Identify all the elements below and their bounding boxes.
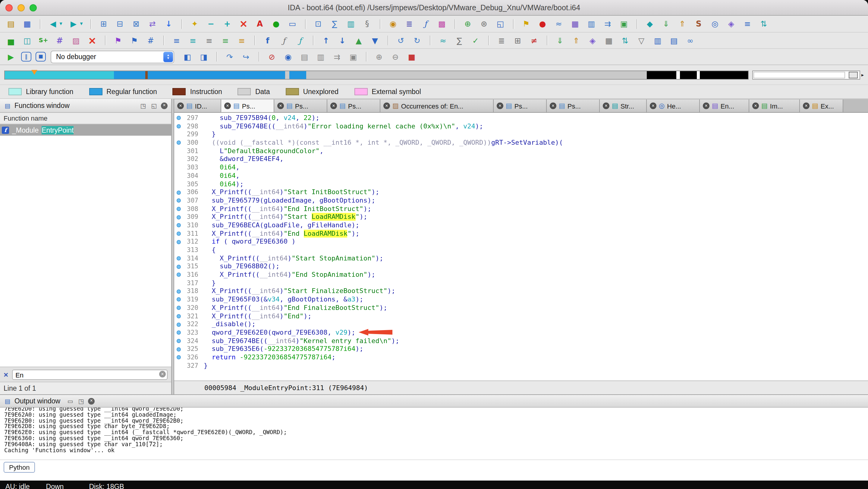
reanalyze-icon[interactable]: ≈ — [437, 35, 449, 46]
functions-list-icon[interactable]: f — [261, 35, 274, 46]
pause-process-button[interactable]: ‖ — [21, 52, 31, 61]
flag-count-icon[interactable]: # — [145, 35, 157, 46]
tab-close-icon[interactable]: × — [803, 102, 809, 109]
navigation-band[interactable] — [4, 70, 749, 79]
watches-icon[interactable]: ◉ — [282, 51, 294, 62]
breakpoint-dot[interactable] — [174, 298, 183, 302]
signatures-list-icon[interactable]: ≡ — [203, 35, 215, 46]
diff-icon[interactable]: ≠ — [528, 35, 540, 46]
functions-filter-input[interactable] — [12, 370, 167, 380]
tab-occurrences[interactable]: ×▨Occurrences of: En... — [380, 99, 494, 112]
imports-list-icon[interactable]: ≡ — [219, 35, 231, 46]
jump-function-icon[interactable]: ⊠ — [130, 18, 142, 30]
tab-enums[interactable]: ×▤En... — [700, 99, 749, 112]
zoom-out-icon[interactable]: − — [205, 18, 217, 30]
functions-list[interactable]: f _ModuleEntryPoint — [0, 124, 171, 367]
nav-forward-menu-icon[interactable]: ▾ — [79, 18, 84, 30]
exports-toolbar-icon[interactable]: ⇑ — [676, 18, 688, 30]
close-output-icon[interactable]: × — [88, 398, 95, 404]
hex-view-icon[interactable]: ◎ — [709, 18, 721, 30]
columns-icon[interactable]: ▥ — [652, 35, 664, 46]
step-over-icon[interactable]: ↷ — [224, 51, 236, 62]
detach-process-icon[interactable]: ⊖ — [390, 51, 401, 62]
tab-close-icon[interactable]: × — [277, 102, 284, 109]
breakpoint-dot[interactable] — [174, 207, 183, 211]
breakpoint-dot[interactable] — [174, 289, 183, 294]
bookmark-icon[interactable]: ⚑ — [520, 18, 532, 30]
cancel-icon[interactable]: × — [238, 18, 250, 30]
produce-file-icon[interactable]: ≣ — [403, 18, 415, 30]
breakpoint-dot[interactable] — [174, 356, 183, 360]
segments-list-icon[interactable]: ≡ — [187, 35, 199, 46]
breakpoint-dot[interactable] — [174, 314, 183, 318]
breakpoint-dot[interactable] — [174, 198, 183, 203]
sum-icon[interactable]: ∑ — [453, 35, 465, 46]
imports-toolbar-icon[interactable]: ⇓ — [660, 18, 672, 30]
tab-close-icon[interactable]: × — [177, 102, 184, 109]
swap-icon[interactable]: ⇅ — [619, 35, 631, 46]
open-hex-view-icon[interactable]: ◨ — [198, 51, 210, 62]
breakpoint-dot[interactable] — [174, 215, 183, 219]
debugger-select[interactable]: No debugger ▲▼ — [51, 50, 174, 63]
pseudocode-view[interactable]: 297 sub_7E975B94(0, v24, 22);298 sub_7E9… — [174, 113, 868, 380]
text-search-icon[interactable]: A — [254, 18, 266, 30]
jump-name-icon[interactable]: ⊟ — [114, 18, 126, 30]
delete-item-icon[interactable]: × — [86, 35, 98, 46]
cli-input[interactable] — [40, 461, 865, 473]
breakpoint-dot[interactable] — [174, 190, 183, 194]
jump-next-icon[interactable]: ↓ — [163, 18, 175, 30]
trace-icon[interactable]: ≈ — [553, 18, 565, 30]
minimize-panel-icon[interactable]: ▭ — [66, 398, 74, 404]
filter-icon[interactable]: ▽ — [635, 35, 647, 46]
tab-pseudocode-b[interactable]: ×▤Ps... — [274, 99, 327, 112]
tab-exports[interactable]: ×▤Ex... — [800, 99, 843, 112]
output-log[interactable]: 7E9E62D0: using guessed type __int64 qwo… — [0, 407, 868, 458]
tab-pseudocode-c[interactable]: ×▤Ps... — [327, 99, 380, 112]
tab-close-icon[interactable]: × — [383, 102, 390, 109]
function-row-selected[interactable]: f _ModuleEntryPoint — [0, 124, 171, 136]
navband-arrow-icon[interactable]: ▸ — [861, 72, 864, 78]
breakpoint-dot[interactable] — [174, 265, 183, 269]
redo-icon[interactable]: ↻ — [411, 35, 423, 46]
nav-back-menu-icon[interactable]: ▾ — [59, 18, 63, 30]
navband-scrollbar[interactable] — [752, 70, 860, 79]
open-database-icon[interactable]: ▤ — [5, 18, 17, 30]
breakpoint-dot[interactable] — [174, 116, 183, 120]
stop-process-button[interactable]: ■ — [36, 52, 46, 61]
threads-icon[interactable]: ⇉ — [601, 18, 614, 30]
matrix-icon[interactable]: ▦ — [603, 35, 615, 46]
nav-back-icon[interactable]: ◀ — [47, 18, 59, 30]
sort-desc-icon[interactable]: ▼ — [369, 35, 381, 46]
tree-view-icon[interactable]: ◈ — [587, 35, 598, 46]
save-database-icon[interactable]: ▦ — [21, 18, 33, 30]
strings-toolbar-icon[interactable]: S — [692, 18, 705, 30]
subview-icon[interactable]: ▭ — [286, 18, 299, 30]
segments-icon[interactable]: ▥ — [345, 18, 357, 30]
tab-close-icon[interactable]: × — [650, 102, 656, 109]
tab-strings[interactable]: ×▤Str... — [600, 99, 647, 112]
breakpoint-dot[interactable] — [174, 330, 183, 335]
tab-close-icon[interactable]: × — [224, 102, 231, 109]
download-icon[interactable]: ⇓ — [554, 35, 566, 46]
breakpoint-dot[interactable] — [174, 347, 183, 351]
pseudocode-icon[interactable]: ƒ — [294, 35, 306, 46]
breakpoint-dot[interactable] — [174, 124, 183, 128]
flag-purple-icon[interactable]: ⚑ — [112, 35, 124, 46]
breakpoint-dot[interactable] — [174, 223, 183, 227]
breakpoint-list-icon[interactable]: ⊘ — [266, 51, 278, 62]
close-panel-icon[interactable]: × — [161, 102, 167, 109]
sort-asc-icon[interactable]: ▲ — [352, 35, 365, 46]
validate-icon[interactable]: ✓ — [470, 35, 482, 46]
move-down-icon[interactable]: ↓ — [336, 35, 348, 46]
script-file-icon[interactable]: ƒ — [420, 18, 432, 30]
terminate-process-icon[interactable]: ■ — [406, 51, 418, 62]
restore-panel-icon[interactable]: ◱ — [150, 102, 158, 109]
library-icon[interactable]: ◆ — [644, 18, 656, 30]
stack-icon[interactable]: ▥ — [585, 18, 597, 30]
flag-blue-icon[interactable]: ⚑ — [128, 35, 141, 46]
jump-address-icon[interactable]: ⊞ — [98, 18, 110, 30]
xrefs-icon[interactable]: ⇄ — [147, 18, 158, 30]
run-script-icon[interactable]: ● — [270, 18, 282, 30]
float-output-icon[interactable]: ◳ — [77, 398, 85, 404]
list-view-icon[interactable]: ≣ — [495, 35, 507, 46]
